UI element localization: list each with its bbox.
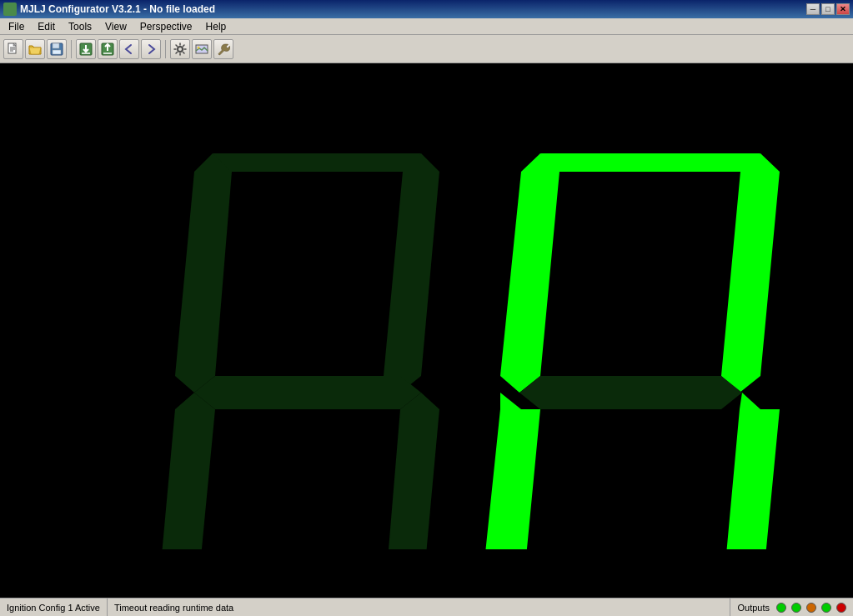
d2-seg-top: [540, 153, 760, 172]
output-dot-2: [791, 603, 801, 613]
title-bar-left: MJLJ Configurator V3.2.1 - No file loade…: [3, 3, 215, 16]
status-left-text: Ignition Config 1 Active: [7, 603, 100, 613]
status-outputs: Outputs: [730, 598, 853, 616]
d1-seg-middle: [194, 376, 421, 409]
forward-button[interactable]: [141, 39, 161, 59]
close-button[interactable]: ✕: [836, 3, 850, 15]
output-dot-3: [806, 603, 816, 613]
svg-rect-5: [53, 43, 59, 48]
new-button[interactable]: [3, 39, 23, 59]
minimize-button[interactable]: ─: [806, 3, 820, 15]
menu-bar: File Edit Tools View Perspective Help: [0, 18, 853, 35]
title-bar: MJLJ Configurator V3.2.1 - No file loade…: [0, 0, 853, 18]
download-button[interactable]: [76, 39, 96, 59]
menu-edit[interactable]: Edit: [31, 18, 62, 34]
separator-1: [71, 40, 72, 58]
settings-button[interactable]: [170, 39, 190, 59]
save-button[interactable]: [47, 39, 67, 59]
maximize-button[interactable]: □: [821, 3, 835, 15]
upload-button[interactable]: [98, 39, 118, 59]
wrench-button[interactable]: [213, 39, 233, 59]
toolbar: [0, 35, 853, 63]
main-display: [0, 63, 853, 598]
menu-file[interactable]: File: [2, 18, 31, 34]
separator-2: [165, 40, 166, 58]
back-button[interactable]: [119, 39, 139, 59]
image-button[interactable]: [192, 39, 212, 59]
menu-tools[interactable]: Tools: [62, 18, 98, 34]
output-dot-4: [821, 603, 831, 613]
status-left: Ignition Config 1 Active: [0, 598, 108, 616]
app-icon: [3, 3, 17, 16]
menu-help[interactable]: Help: [199, 18, 233, 34]
status-center-text: Timeout reading runtime data: [114, 603, 233, 613]
d2-seg-middle: [519, 376, 742, 409]
window-title: MJLJ Configurator V3.2.1 - No file loade…: [20, 3, 215, 15]
outputs-label: Outputs: [737, 603, 770, 613]
svg-point-13: [198, 46, 200, 48]
svg-rect-6: [53, 50, 61, 54]
menu-perspective[interactable]: Perspective: [133, 18, 199, 34]
status-bar: Ignition Config 1 Active Timeout reading…: [0, 598, 853, 616]
d1-seg-top: [213, 153, 421, 172]
menu-view[interactable]: View: [98, 18, 133, 34]
output-dot-5: [836, 603, 846, 613]
status-center: Timeout reading runtime data: [108, 598, 731, 616]
open-button[interactable]: [25, 39, 45, 59]
window-controls[interactable]: ─ □ ✕: [806, 3, 850, 15]
seven-segment-display: [0, 63, 853, 549]
output-dot-1: [776, 603, 786, 613]
svg-point-11: [178, 47, 183, 52]
